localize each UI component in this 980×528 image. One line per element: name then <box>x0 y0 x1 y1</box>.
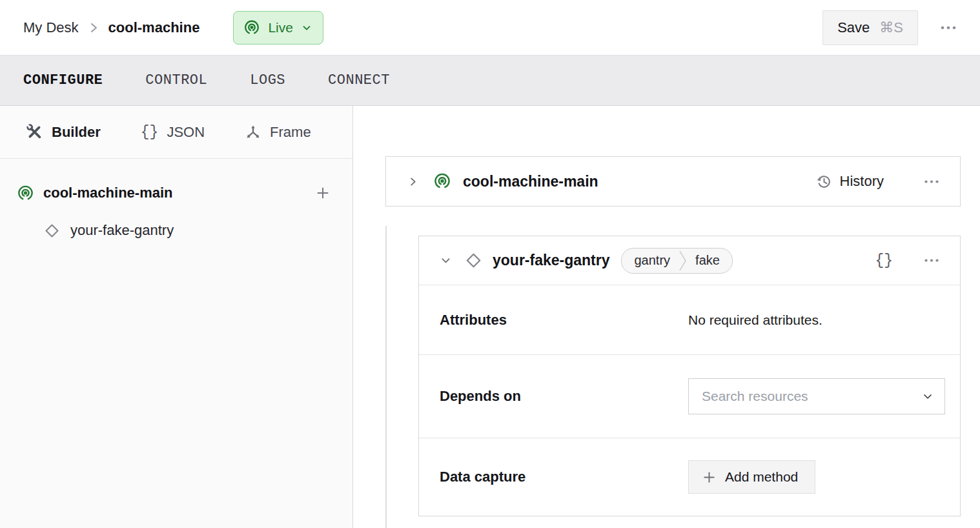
plus-icon <box>315 185 331 201</box>
breadcrumb: My Desk cool-machine <box>23 19 199 36</box>
tab-configure[interactable]: CONFIGURE <box>23 72 103 88</box>
group-rail <box>385 226 387 528</box>
history-clock-icon <box>815 173 833 190</box>
diamond-icon <box>44 223 60 239</box>
tools-icon <box>26 123 43 141</box>
mode-json-label: JSON <box>167 124 205 141</box>
tag-type: gantry <box>622 249 678 273</box>
tree-component-name: your-fake-gantry <box>70 222 174 239</box>
mode-builder-label: Builder <box>52 124 101 141</box>
chevron-down-icon <box>921 390 934 403</box>
depends-on-row: Depends on <box>419 354 960 438</box>
save-button[interactable]: Save ⌘S <box>822 10 918 45</box>
chevron-right-icon <box>407 176 419 188</box>
mode-builder-tab[interactable]: Builder <box>26 123 101 141</box>
attributes-value: No required attributes. <box>688 312 822 328</box>
component-card-header: your-fake-gantry gantry fake {} <box>419 236 960 285</box>
save-button-label: Save <box>837 19 870 36</box>
breadcrumb-root-link[interactable]: My Desk <box>23 19 79 36</box>
tree-item-machine[interactable]: cool-machine-main <box>17 174 333 212</box>
attributes-row: Attributes No required attributes. <box>419 285 960 354</box>
frame-axes-icon <box>245 124 261 141</box>
tree-item-component[interactable]: your-fake-gantry <box>44 212 333 249</box>
ellipsis-icon <box>924 258 939 263</box>
tag-model: fake <box>688 249 732 273</box>
live-status-label: Live <box>268 20 293 36</box>
machine-part-title: cool-machine-main <box>463 173 598 190</box>
tag-separator-icon <box>678 249 688 273</box>
data-capture-row: Data capture Add method <box>419 438 960 516</box>
view-mode-switcher: Builder {} JSON Frame <box>0 106 352 159</box>
broadcast-icon <box>17 185 34 202</box>
mode-frame-label: Frame <box>270 124 311 141</box>
breadcrumb-current-machine: cool-machine <box>108 19 200 36</box>
tab-control[interactable]: CONTROL <box>145 72 207 88</box>
tab-connect[interactable]: CONNECT <box>328 72 390 88</box>
add-method-button[interactable]: Add method <box>688 460 815 494</box>
tree-machine-name: cool-machine-main <box>43 185 172 201</box>
component-type-tags: gantry fake <box>621 248 732 274</box>
history-button[interactable]: History <box>812 172 888 191</box>
top-bar: My Desk cool-machine Live Save ⌘S <box>0 0 980 56</box>
plus-icon <box>702 470 717 485</box>
diamond-icon <box>465 252 482 269</box>
data-capture-label: Data capture <box>440 469 688 485</box>
config-sidebar: Builder {} JSON Frame <box>0 106 353 528</box>
ellipsis-icon <box>924 179 939 185</box>
live-status-dropdown[interactable]: Live <box>233 11 323 45</box>
chevron-down-icon <box>301 22 312 34</box>
add-method-label: Add method <box>725 469 798 485</box>
chevron-down-icon <box>440 254 452 267</box>
json-braces-icon[interactable]: {} <box>875 252 893 269</box>
attributes-label: Attributes <box>440 312 688 329</box>
breadcrumb-separator-icon <box>89 22 98 34</box>
collapse-component-button[interactable] <box>437 252 454 269</box>
app-window: My Desk cool-machine Live Save ⌘S <box>0 0 980 528</box>
mode-frame-tab[interactable]: Frame <box>245 124 311 141</box>
broadcast-icon <box>243 19 260 36</box>
save-shortcut-hint: ⌘S <box>879 19 903 36</box>
depends-on-select[interactable] <box>688 378 945 414</box>
config-main-panel: cool-machine-main History <box>353 106 980 528</box>
expand-part-button[interactable] <box>404 173 422 190</box>
component-title: your-fake-gantry <box>493 252 609 269</box>
braces-icon: {} <box>141 124 159 141</box>
component-menu-button[interactable] <box>921 255 942 266</box>
topbar-overflow-menu-button[interactable] <box>937 22 959 34</box>
machine-part-card: cool-machine-main History <box>385 156 961 207</box>
resource-tree: cool-machine-main your-fake-gantry <box>0 159 352 249</box>
add-resource-button[interactable] <box>312 183 333 203</box>
machine-part-menu-button[interactable] <box>921 176 942 187</box>
tab-bar: CONFIGURE CONTROL LOGS CONNECT <box>0 56 980 106</box>
history-label: History <box>840 173 884 190</box>
mode-json-tab[interactable]: {} JSON <box>141 124 205 141</box>
depends-on-search-input[interactable] <box>700 388 903 405</box>
tab-logs[interactable]: LOGS <box>250 72 285 88</box>
ellipsis-icon <box>940 25 957 31</box>
content-area: Builder {} JSON Frame <box>0 106 980 528</box>
broadcast-icon <box>433 172 451 190</box>
component-card: your-fake-gantry gantry fake {} <box>418 236 961 516</box>
depends-on-label: Depends on <box>440 388 688 405</box>
